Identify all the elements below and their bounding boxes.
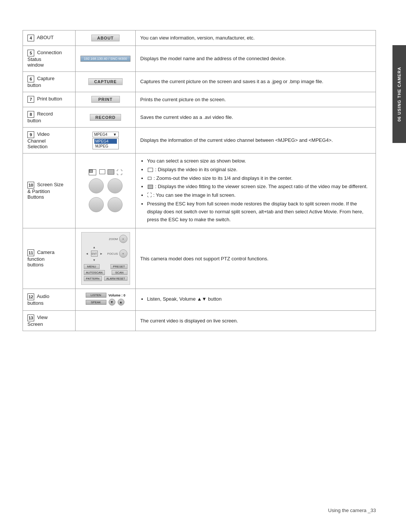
focus-circle[interactable]: + xyxy=(119,249,127,258)
screen-btn-fullscreen[interactable] xyxy=(108,197,123,212)
row-ui-print: PRINT xyxy=(76,92,136,107)
desc-video-channel: Displays the information of the current … xyxy=(140,137,333,143)
screen-size-icons-row: ⛶ xyxy=(80,169,131,176)
table-row: 7 Print button PRINT Prints the current … xyxy=(23,92,376,107)
row-desc-about: You can view information, version, manuf… xyxy=(136,30,376,46)
footer: Using the camera _33 xyxy=(328,508,376,513)
num-badge-11: 11 xyxy=(27,249,34,256)
alarm-reset-button[interactable]: ALARM RESET xyxy=(104,277,127,281)
vol-down-button[interactable]: ▼ xyxy=(109,299,115,306)
small-icon xyxy=(148,177,151,180)
nav-enter-btn[interactable]: ENT xyxy=(91,251,98,257)
screen-btn-original[interactable] xyxy=(89,178,104,193)
camera-function-panel: ZOOM + ▲ ◄ ENT ► xyxy=(81,232,130,285)
icon-fit-size xyxy=(108,169,114,176)
row-label-record: 8 Recordbutton xyxy=(23,107,76,128)
connection-bar: 192.168.130.40 / SNC-M300 xyxy=(80,56,130,62)
focus-control: FOCUS + xyxy=(108,249,127,258)
num-badge-7: 7 xyxy=(27,96,34,103)
nav-grid: ▲ ◄ ENT ► ▼ xyxy=(84,244,105,263)
nav-up-btn[interactable]: ▲ xyxy=(91,244,98,250)
bullet-1: You can select a screen size as shown be… xyxy=(147,157,371,165)
row-label-audio: 12 Audiobuttons xyxy=(23,289,76,311)
speak-button[interactable]: SPEAK xyxy=(86,300,106,305)
nav-left-btn[interactable]: ◄ xyxy=(84,251,91,257)
cam-zoom-row: ZOOM + xyxy=(84,235,127,243)
capture-button[interactable]: CAPTURE xyxy=(88,78,122,85)
screen-size-buttons xyxy=(80,178,131,212)
num-badge-5: 5 xyxy=(27,50,34,56)
preset-button[interactable]: PRESET xyxy=(111,264,127,269)
inner-frame-icon xyxy=(89,170,93,173)
zoom-circle[interactable]: + xyxy=(119,235,127,243)
row-ui-screen-size: ⛶ xyxy=(76,154,136,228)
scan-button[interactable]: SCAN xyxy=(112,270,127,275)
about-button[interactable]: ABOUT xyxy=(91,35,119,41)
row-label-screen-size: 10 Screen Size& PartitionButtons xyxy=(23,154,76,228)
row-ui-view-screen xyxy=(76,311,136,331)
num-badge-10: 10 xyxy=(27,182,34,188)
audio-speak-row: SPEAK ▼ ▲ xyxy=(86,299,126,306)
vol-up-button[interactable]: ▲ xyxy=(118,299,124,306)
video-dropdown: MPEG4 MJPEG xyxy=(92,138,119,149)
autoscan-button[interactable]: AUTOSCAN xyxy=(84,270,105,275)
label-about: ABOUT xyxy=(37,35,54,40)
desc-connection: Displays the model name and the address … xyxy=(140,56,286,61)
video-select-box[interactable]: MPEG4 ▼ xyxy=(92,132,119,137)
num-badge-8: 8 xyxy=(27,111,34,118)
table-row: 9 VideoChannelSelection MPEG4 ▼ MPEG4 MJ… xyxy=(23,128,376,154)
row-ui-about: ABOUT xyxy=(76,30,136,46)
dropdown-arrow-icon: ▼ xyxy=(113,132,117,137)
table-row: 10 Screen Size& PartitionButtons xyxy=(23,154,376,228)
row-label-video-channel: 9 VideoChannelSelection xyxy=(23,128,76,154)
row-desc-view-screen: The current video is displayed on live s… xyxy=(136,311,376,331)
focus-label: FOCUS xyxy=(108,252,118,255)
screen-btn-fit[interactable] xyxy=(89,197,104,212)
record-button[interactable]: RECORD xyxy=(90,114,121,121)
row-desc-audio: Listen, Speak, Volume ▲▼ button xyxy=(136,289,376,311)
video-option-mpeg4[interactable]: MPEG4 xyxy=(94,139,117,144)
table-row: 4 ABOUT ABOUT You can view information, … xyxy=(23,30,376,46)
nav-empty-4 xyxy=(98,257,105,263)
row-desc-video-channel: Displays the information of the current … xyxy=(136,128,376,154)
pattern-button[interactable]: PATTERN xyxy=(84,276,102,281)
row-desc-capture: Captures the current picture on the scre… xyxy=(136,71,376,92)
nav-down-btn[interactable]: ▼ xyxy=(91,257,98,263)
cam-enter-row: ▲ ◄ ENT ► ▼ FOCUS + xyxy=(84,244,127,263)
menu-button[interactable]: MENU xyxy=(84,264,100,269)
volume-label: Volume : 0 xyxy=(109,293,126,297)
table-row: 8 Recordbutton RECORD Saves the current … xyxy=(23,107,376,128)
listen-button[interactable]: LISTEN xyxy=(86,293,106,298)
row-ui-capture: CAPTURE xyxy=(76,71,136,92)
main-table: 4 ABOUT ABOUT You can view information, … xyxy=(23,30,376,331)
original-size-icon xyxy=(89,169,97,176)
bullet-3: : Zooms-out the video size to its 1/4 an… xyxy=(147,175,371,182)
footer-text: Using the camera _33 xyxy=(328,508,376,513)
table-row: 12 Audiobuttons LISTEN Volume : 0 SPEAK … xyxy=(23,289,376,311)
row-desc-connection: Displays the model name and the address … xyxy=(136,46,376,71)
audio-panel: LISTEN Volume : 0 SPEAK ▼ ▲ xyxy=(86,293,126,307)
desc-camera-func: This camera model does not support PTZ c… xyxy=(140,256,268,261)
bullet-2: : Displays the video in its original siz… xyxy=(147,166,371,174)
table-row: 11 Camerafunctionbuttons ZOOM + xyxy=(23,228,376,289)
row-label-capture: 6 Capturebutton xyxy=(23,71,76,92)
print-button[interactable]: PRINT xyxy=(91,96,120,103)
nav-empty-3 xyxy=(84,257,91,263)
video-channel-select[interactable]: MPEG4 ▼ MPEG4 MJPEG xyxy=(92,132,119,149)
fit-icon xyxy=(148,185,153,189)
video-option-mjpeg[interactable]: MJPEG xyxy=(94,144,117,149)
num-badge-9: 9 xyxy=(27,131,34,138)
fit-size-icon xyxy=(108,169,114,175)
row-desc-camera-func: This camera model does not support PTZ c… xyxy=(136,228,376,289)
desc-record: Saves the current video as a .avi video … xyxy=(140,114,233,120)
icon-original-size xyxy=(89,169,97,176)
bullet-4: : Displays the video fitting to the view… xyxy=(147,183,371,191)
row-label-view-screen: 13 ViewScreen xyxy=(23,311,76,331)
nav-right-btn[interactable]: ► xyxy=(98,251,105,257)
num-badge-12: 12 xyxy=(27,293,34,300)
table-row: 6 Capturebutton CAPTURE Captures the cur… xyxy=(23,71,376,92)
row-label-about: 4 ABOUT xyxy=(23,30,76,46)
cam-menu-row: MENU PRESET xyxy=(84,264,127,269)
screen-btn-small[interactable] xyxy=(108,178,123,193)
desc-print: Prints the current picture on the screen… xyxy=(140,97,226,102)
